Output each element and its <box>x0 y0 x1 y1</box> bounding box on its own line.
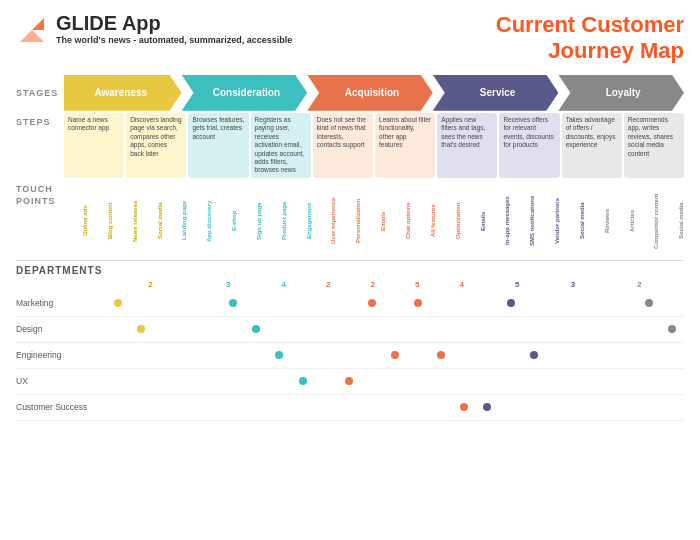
step-box-4: Does not see the kind of news that inter… <box>313 113 373 178</box>
tp-item-7: Sign up page <box>238 186 262 256</box>
tp-item-6: E-shop <box>213 186 237 256</box>
stages-arrows: Awareness Consideration Acquisition Serv… <box>64 75 684 111</box>
dept-dot-0-4 <box>507 299 515 307</box>
header: GLIDE App The world's news - automated, … <box>0 0 700 71</box>
count-item-6: 4 <box>439 280 483 289</box>
dept-dot-0-5 <box>645 299 653 307</box>
tp-item-13: Chat options <box>387 186 411 256</box>
dept-row-1: Design <box>16 317 684 343</box>
step-box-0: Name a news connector app <box>64 113 124 178</box>
dept-dot-3-1 <box>345 377 353 385</box>
step-box-1: Discovers landing page via search, compa… <box>126 113 186 178</box>
tp-item-12: Emails <box>362 186 386 256</box>
tp-item-4: Landing page <box>163 186 187 256</box>
step-box-8: Takes advantage of offers / discounts, e… <box>562 113 622 178</box>
dept-dot-2-1 <box>391 351 399 359</box>
touchpoints-section: TOUCHPOINTS Online adsBlog contentNews r… <box>0 184 700 256</box>
dept-dot-2-2 <box>437 351 445 359</box>
stage-acquisition: Acquisition <box>307 75 433 111</box>
steps-row: STEPS Name a news connector appDiscovers… <box>0 113 700 178</box>
logo-subtitle-rest: - automated, summarized, accessible <box>131 35 293 45</box>
count-item-2: 4 <box>262 280 306 289</box>
dept-dots-2 <box>106 343 684 368</box>
touchpoints-label: TOUCHPOINTS <box>16 184 64 207</box>
dept-dots-0 <box>106 291 684 316</box>
stages-label: STAGES <box>16 88 64 98</box>
dept-row-2: Engineering <box>16 343 684 369</box>
count-row: 2342254532 <box>106 280 684 289</box>
dept-row-4: Customer Success <box>16 395 684 421</box>
tp-item-18: SMS notifications <box>511 186 535 256</box>
logo-text-block: GLIDE App The world's news - automated, … <box>56 12 292 45</box>
page-title: Current Customer Journey Map <box>496 12 684 65</box>
dept-dots-1 <box>106 317 684 342</box>
dept-dot-3-0 <box>299 377 307 385</box>
count-item-8: 3 <box>551 280 595 289</box>
count-item-9: 2 <box>595 280 684 289</box>
tp-item-14: All features <box>412 186 436 256</box>
departments-label: DEPARTMENTS <box>16 265 684 276</box>
dept-dot-0-1 <box>229 299 237 307</box>
tp-item-15: Optimization <box>437 186 461 256</box>
stages-row: STAGES Awareness Consideration Acquisiti… <box>0 75 700 111</box>
divider <box>16 260 684 261</box>
stage-awareness: Awareness <box>64 75 182 111</box>
dept-dot-1-1 <box>252 325 260 333</box>
tp-item-24: Social media <box>660 186 684 256</box>
steps-label: STEPS <box>16 117 64 127</box>
dept-dot-0-0 <box>114 299 122 307</box>
tp-item-20: Social media <box>561 186 585 256</box>
tp-item-21: Reviews <box>586 186 610 256</box>
dept-grid: MarketingDesignEngineeringUXCustomer Suc… <box>16 291 684 421</box>
dept-dot-1-0 <box>137 325 145 333</box>
dept-dots-4 <box>106 395 684 420</box>
dept-name-1: Design <box>16 324 106 334</box>
dept-name-4: Customer Success <box>16 402 106 412</box>
step-box-2: Browses features, gets trial, creates ac… <box>188 113 248 178</box>
svg-marker-1 <box>20 30 44 42</box>
tp-item-8: Product page <box>263 186 287 256</box>
dept-row-0: Marketing <box>16 291 684 317</box>
step-box-9: Recommends app, writes reviews, shares s… <box>624 113 684 178</box>
dept-dot-0-2 <box>368 299 376 307</box>
steps-content: Name a news connector appDiscovers landi… <box>64 113 684 178</box>
step-box-5: Learns about filter functionality, other… <box>375 113 435 178</box>
tp-item-10: User experience <box>312 186 336 256</box>
logo-subtitle: The world's news - automated, summarized… <box>56 35 292 45</box>
logo-title: GLIDE App <box>56 12 292 35</box>
count-item-0: 2 <box>106 280 195 289</box>
tp-item-0: Online ads <box>64 186 88 256</box>
count-item-3: 2 <box>306 280 350 289</box>
count-item-4: 2 <box>351 280 395 289</box>
dept-dot-4-1 <box>483 403 491 411</box>
touchpoints-items: Online adsBlog contentNews releasesSocia… <box>64 184 684 256</box>
dept-row-3: UX <box>16 369 684 395</box>
dept-dots-3 <box>106 369 684 394</box>
tp-item-17: In-app messages <box>486 186 510 256</box>
tp-item-19: Vendor partners <box>536 186 560 256</box>
count-item-5: 5 <box>395 280 439 289</box>
tp-item-2: News releases <box>114 186 138 256</box>
step-box-3: Registers as paying user, receives activ… <box>251 113 311 178</box>
dept-name-3: UX <box>16 376 106 386</box>
tp-item-3: Social media <box>139 186 163 256</box>
tp-item-11: Personalization <box>337 186 361 256</box>
tp-item-9: Engagement <box>288 186 312 256</box>
count-item-7: 5 <box>484 280 551 289</box>
tp-item-22: Articles <box>611 186 635 256</box>
dept-dot-0-3 <box>414 299 422 307</box>
stage-loyalty: Loyalty <box>558 75 684 111</box>
dept-dot-1-2 <box>668 325 676 333</box>
tp-item-16: Emails <box>462 186 486 256</box>
logo-icon <box>16 14 48 46</box>
tp-item-1: Blog content <box>89 186 113 256</box>
logo-area: GLIDE App The world's news - automated, … <box>16 12 292 46</box>
departments-section: DEPARTMENTS 2342254532 MarketingDesignEn… <box>0 265 700 421</box>
tp-item-23: Competitor content <box>635 186 659 256</box>
dept-name-2: Engineering <box>16 350 106 360</box>
step-box-6: Applies new filters and tags, sees the n… <box>437 113 497 178</box>
dept-dot-4-0 <box>460 403 468 411</box>
stage-consideration: Consideration <box>182 75 308 111</box>
count-item-1: 3 <box>195 280 262 289</box>
dept-dot-2-3 <box>530 351 538 359</box>
